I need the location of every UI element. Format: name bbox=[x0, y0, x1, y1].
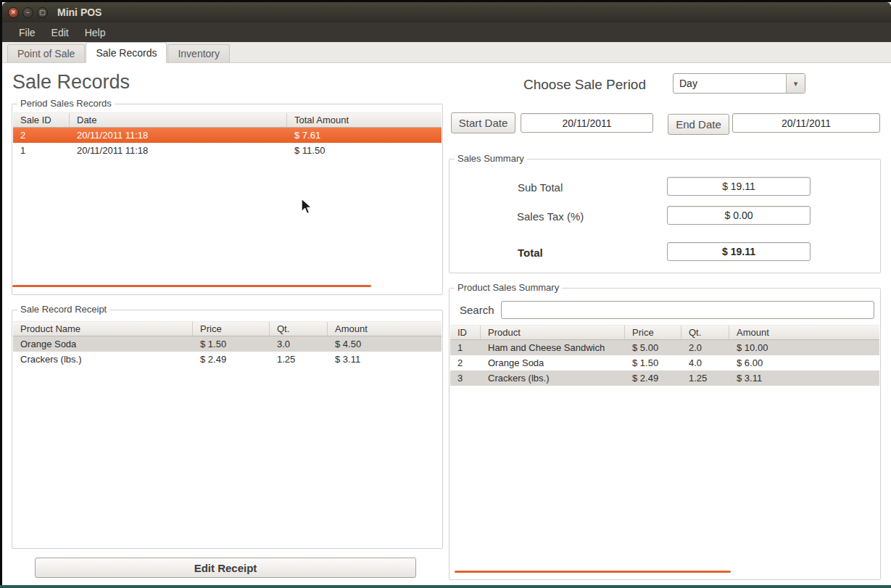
choose-sale-period-label: Choose Sale Period bbox=[523, 77, 646, 93]
product-summary-frame-label: Product Sales Summary bbox=[455, 282, 562, 294]
cell-price: $ 2.49 bbox=[625, 373, 681, 384]
cell-total-amount: $ 7.61 bbox=[287, 130, 442, 141]
cell-qty: 3.0 bbox=[270, 339, 328, 349]
receipt-row[interactable]: Orange Soda $ 1.50 3.0 $ 4.50 bbox=[13, 336, 442, 352]
cell-price: $ 1.50 bbox=[625, 357, 681, 368]
period-sales-table-header: Sale ID Date Total Amount bbox=[13, 112, 442, 128]
sale-period-value: Day bbox=[674, 74, 786, 93]
tab-strip: Point of Sale Sale Records Inventory bbox=[2, 42, 891, 63]
window-controls: ✕ − ▢ bbox=[2, 7, 48, 18]
sub-total-label: Sub Total bbox=[518, 181, 563, 194]
menu-help[interactable]: Help bbox=[77, 24, 114, 41]
search-label: Search bbox=[460, 304, 494, 316]
receipt-row[interactable]: Crackers (lbs.) $ 2.49 1.25 $ 3.11 bbox=[13, 352, 442, 367]
sale-record-row[interactable]: 2 20/11/2011 11:18 $ 7.61 bbox=[13, 128, 442, 143]
receipt-frame-label: Sale Record Receipt bbox=[17, 304, 109, 315]
desktop-edge bbox=[0, 585, 891, 588]
column-header-product-name[interactable]: Product Name bbox=[13, 322, 193, 336]
dropdown-button[interactable]: ▾ bbox=[786, 74, 805, 93]
total-field[interactable]: $ 19.11 bbox=[667, 242, 811, 261]
end-date-field[interactable]: 20/11/2011 bbox=[732, 113, 880, 133]
receipt-frame: Sale Record Receipt Product Name Price Q… bbox=[12, 310, 443, 549]
cell-id: 3 bbox=[450, 373, 481, 384]
receipt-table-header: Product Name Price Qt. Amount bbox=[13, 321, 442, 336]
search-input[interactable] bbox=[501, 301, 874, 319]
period-sales-table: Sale ID Date Total Amount 2 20/11/2011 1… bbox=[13, 112, 442, 158]
product-summary-row[interactable]: 3 Crackers (lbs.) $ 2.49 1.25 $ 3.11 bbox=[450, 370, 879, 386]
minimize-icon[interactable]: − bbox=[22, 7, 33, 18]
column-header-product[interactable]: Product bbox=[481, 326, 625, 339]
cell-id: 2 bbox=[450, 357, 481, 368]
product-summary-table-header: ID Product Price Qt. Amount bbox=[450, 325, 879, 340]
cell-qty: 1.25 bbox=[270, 354, 328, 365]
cell-amount: $ 10.00 bbox=[729, 342, 879, 353]
total-label: Total bbox=[518, 247, 543, 259]
column-header-amount[interactable]: Amount bbox=[729, 326, 879, 339]
maximize-icon[interactable]: ▢ bbox=[37, 7, 48, 18]
receipt-table-body: Orange Soda $ 1.50 3.0 $ 4.50 Crackers (… bbox=[13, 336, 442, 367]
start-date-field[interactable]: 20/11/2011 bbox=[521, 113, 653, 133]
cell-sale-id: 2 bbox=[13, 130, 70, 141]
product-summary-table: ID Product Price Qt. Amount 1 Ham and Ch… bbox=[450, 325, 879, 386]
menu-file[interactable]: File bbox=[11, 24, 43, 41]
sale-record-row[interactable]: 1 20/11/2011 11:18 $ 11.50 bbox=[13, 143, 442, 158]
product-summary-frame: Product Sales Summary Search ID Product … bbox=[449, 288, 881, 580]
page-title: Sale Records bbox=[12, 71, 130, 94]
end-date-button[interactable]: End Date bbox=[668, 114, 729, 135]
column-header-id[interactable]: ID bbox=[450, 326, 481, 339]
tab-point-of-sale[interactable]: Point of Sale bbox=[7, 44, 85, 62]
chevron-down-icon: ▾ bbox=[794, 79, 798, 88]
cell-product: Orange Soda bbox=[481, 357, 625, 368]
edit-receipt-button[interactable]: Edit Receipt bbox=[35, 558, 416, 578]
cell-qty: 1.25 bbox=[681, 373, 729, 384]
menu-edit[interactable]: Edit bbox=[43, 24, 77, 41]
sales-tax-label: Sales Tax (%) bbox=[517, 210, 584, 223]
period-sales-table-body: 2 20/11/2011 11:18 $ 7.61 1 20/11/2011 1… bbox=[13, 128, 442, 158]
cell-amount: $ 3.11 bbox=[328, 354, 442, 365]
column-header-date[interactable]: Date bbox=[70, 113, 287, 127]
column-header-price[interactable]: Price bbox=[625, 326, 681, 339]
sales-summary-frame: Sales Summary Sub Total $ 19.11 Sales Ta… bbox=[449, 159, 881, 273]
app-window: ✕ − ▢ Mini POS File Edit Help Point of S… bbox=[2, 2, 891, 585]
product-summary-row[interactable]: 2 Orange Soda $ 1.50 4.0 $ 6.00 bbox=[450, 355, 879, 370]
sale-period-dropdown[interactable]: Day ▾ bbox=[673, 73, 805, 94]
cell-product-name: Crackers (lbs.) bbox=[13, 354, 193, 365]
cell-price: $ 1.50 bbox=[193, 339, 270, 349]
sales-summary-frame-label: Sales Summary bbox=[455, 153, 527, 165]
cell-product: Ham and Cheese Sandwich bbox=[481, 342, 625, 353]
cell-qty: 2.0 bbox=[681, 342, 729, 353]
column-header-sale-id[interactable]: Sale ID bbox=[13, 113, 70, 127]
sub-total-field[interactable]: $ 19.11 bbox=[667, 177, 811, 196]
column-header-qty[interactable]: Qt. bbox=[681, 326, 729, 339]
cell-product: Crackers (lbs.) bbox=[481, 373, 625, 384]
column-header-total-amount[interactable]: Total Amount bbox=[287, 113, 442, 127]
product-summary-row[interactable]: 1 Ham and Cheese Sandwich $ 5.00 2.0 $ 1… bbox=[450, 340, 879, 355]
cell-amount: $ 3.11 bbox=[729, 373, 879, 384]
period-sales-hscrollbar[interactable] bbox=[12, 285, 371, 287]
column-header-price[interactable]: Price bbox=[193, 322, 270, 336]
cell-product-name: Orange Soda bbox=[13, 339, 193, 349]
receipt-table: Product Name Price Qt. Amount Orange Sod… bbox=[13, 321, 442, 367]
cell-amount: $ 4.50 bbox=[328, 339, 442, 349]
cell-id: 1 bbox=[450, 342, 481, 353]
cell-date: 20/11/2011 11:18 bbox=[70, 130, 287, 141]
cell-price: $ 2.49 bbox=[193, 354, 270, 365]
menubar: File Edit Help bbox=[2, 22, 891, 42]
product-summary-hscrollbar[interactable] bbox=[455, 571, 731, 573]
tab-sale-records[interactable]: Sale Records bbox=[86, 42, 167, 63]
cell-amount: $ 6.00 bbox=[729, 357, 879, 368]
cell-total-amount: $ 11.50 bbox=[287, 145, 442, 156]
sales-tax-field[interactable]: $ 0.00 bbox=[667, 206, 811, 225]
tab-inventory[interactable]: Inventory bbox=[167, 44, 230, 62]
cell-sale-id: 1 bbox=[13, 145, 70, 156]
column-header-amount[interactable]: Amount bbox=[328, 322, 442, 336]
cell-date: 20/11/2011 11:18 bbox=[70, 145, 287, 156]
column-header-qty[interactable]: Qt. bbox=[270, 322, 328, 336]
product-summary-table-body: 1 Ham and Cheese Sandwich $ 5.00 2.0 $ 1… bbox=[450, 340, 879, 386]
window-title: Mini POS bbox=[57, 7, 101, 18]
cell-qty: 4.0 bbox=[681, 357, 729, 368]
titlebar[interactable]: ✕ − ▢ Mini POS bbox=[2, 2, 891, 22]
close-icon[interactable]: ✕ bbox=[8, 7, 19, 18]
start-date-button[interactable]: Start Date bbox=[451, 112, 515, 133]
period-sales-frame: Period Sales Records Sale ID Date Total … bbox=[12, 104, 443, 295]
